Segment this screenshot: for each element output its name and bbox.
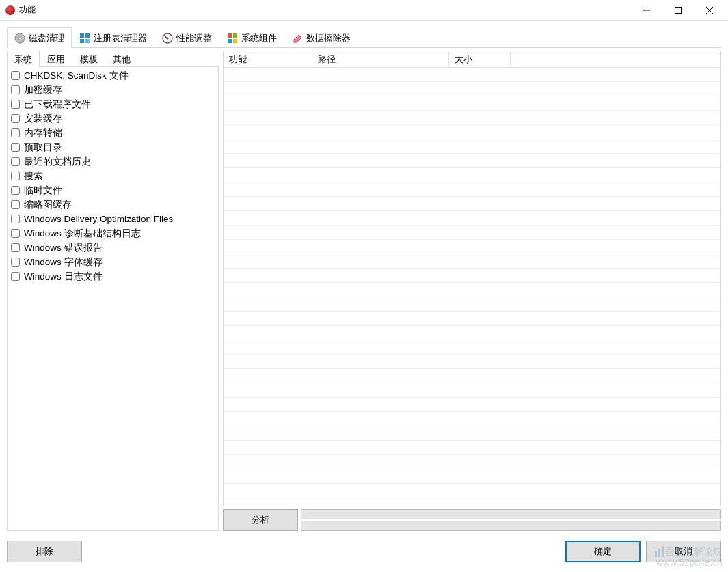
- check-item-label: 安装缓存: [24, 112, 62, 125]
- checkbox[interactable]: [11, 143, 20, 152]
- check-item-label: Windows 字体缓存: [24, 256, 103, 269]
- main-tabs: 磁盘清理 注册表清理器 性能调整 系统组件 数据擦除器: [7, 27, 721, 48]
- checkbox[interactable]: [11, 100, 20, 109]
- close-button[interactable]: [694, 0, 725, 20]
- minimize-icon: [643, 7, 650, 14]
- app-icon: [5, 5, 15, 15]
- svg-rect-9: [85, 39, 90, 43]
- checkbox[interactable]: [11, 243, 20, 252]
- grid-row: [224, 254, 720, 269]
- check-item[interactable]: 最近的文档历史: [9, 154, 217, 169]
- checkbox[interactable]: [11, 71, 20, 80]
- check-list[interactable]: CHKDSK, ScanDisk 文件加密缓存已下载程序文件安装缓存内存转储预取…: [7, 66, 219, 531]
- grid-row: [224, 498, 720, 506]
- checkbox[interactable]: [11, 172, 20, 180]
- gauge-icon: [162, 33, 173, 44]
- check-item[interactable]: 安装缓存: [9, 111, 217, 126]
- grid-column-header[interactable]: [511, 51, 720, 68]
- check-item[interactable]: Windows Delivery Optimization Files: [9, 212, 217, 226]
- check-item[interactable]: Windows 字体缓存: [9, 255, 217, 269]
- subtab-other[interactable]: 其他: [105, 51, 138, 67]
- tab-data-eraser[interactable]: 数据擦除器: [284, 27, 358, 48]
- check-item-label: 缩略图缓存: [24, 198, 72, 211]
- grid-row: [224, 154, 720, 168]
- check-item-label: 已下载程序文件: [24, 98, 91, 111]
- check-item[interactable]: Windows 诊断基础结构日志: [9, 226, 217, 241]
- check-item[interactable]: Windows 错误报告: [9, 241, 217, 255]
- window-title: 功能: [19, 4, 631, 16]
- tab-performance[interactable]: 性能调整: [154, 27, 219, 48]
- checkbox[interactable]: [11, 229, 20, 238]
- subtab-system[interactable]: 系统: [7, 51, 40, 67]
- grid-row: [224, 226, 720, 240]
- svg-rect-13: [233, 33, 237, 38]
- checkbox[interactable]: [11, 215, 20, 223]
- maximize-button[interactable]: [662, 0, 694, 20]
- check-item-label: Windows Delivery Optimization Files: [24, 213, 173, 226]
- checkbox[interactable]: [11, 157, 20, 166]
- tab-system-components[interactable]: 系统组件: [219, 27, 284, 48]
- button-label: 排除: [36, 545, 53, 558]
- check-item-label: Windows 错误报告: [24, 241, 103, 254]
- tab-disk-cleanup[interactable]: 磁盘清理: [7, 27, 72, 48]
- subtab-application[interactable]: 应用: [40, 51, 72, 67]
- panes: 系统 应用 模板 其他 CHKDSK, ScanDisk 文件加密缓存已下载程序…: [7, 48, 721, 531]
- svg-rect-6: [80, 33, 84, 38]
- grid-row: [224, 469, 720, 484]
- grid-column-header[interactable]: 功能: [224, 51, 312, 68]
- grid-column-header[interactable]: 路径: [312, 51, 449, 68]
- grid-row: [224, 383, 720, 398]
- check-item[interactable]: 临时文件: [9, 183, 217, 198]
- check-item[interactable]: 缩略图缓存: [9, 198, 217, 212]
- grid-row: [224, 441, 720, 455]
- subtab-template[interactable]: 模板: [72, 51, 105, 67]
- grid-icon: [79, 33, 90, 44]
- tab-label: 数据擦除器: [306, 32, 351, 44]
- checkbox[interactable]: [11, 128, 20, 137]
- grid-row: [224, 312, 720, 326]
- check-item[interactable]: 预取目录: [9, 140, 217, 154]
- checkbox[interactable]: [11, 272, 20, 281]
- close-icon: [706, 7, 713, 14]
- tab-label: 磁盘清理: [29, 32, 64, 44]
- progress-bar-2: [301, 521, 721, 531]
- svg-rect-8: [80, 39, 84, 43]
- grid-row: [224, 412, 720, 426]
- check-item-label: 最近的文档历史: [24, 155, 91, 168]
- tab-label: 性能调整: [176, 32, 212, 44]
- grid-row: [224, 111, 720, 125]
- svg-point-5: [18, 37, 21, 40]
- check-item[interactable]: 已下载程序文件: [9, 97, 217, 111]
- subtab-label: 其他: [113, 53, 131, 66]
- checkbox[interactable]: [11, 258, 20, 267]
- check-item[interactable]: CHKDSK, ScanDisk 文件: [9, 68, 217, 83]
- maximize-icon: [675, 7, 682, 14]
- checkbox[interactable]: [11, 186, 20, 195]
- progress-area: [301, 509, 721, 531]
- grid-body[interactable]: [224, 68, 720, 506]
- tab-registry-cleaner[interactable]: 注册表清理器: [72, 27, 154, 48]
- check-item-label: Windows 诊断基础结构日志: [24, 227, 141, 240]
- grid-row: [224, 398, 720, 412]
- grid-row: [224, 297, 720, 312]
- check-item[interactable]: 搜索: [9, 169, 217, 183]
- checkbox[interactable]: [11, 85, 20, 94]
- progress-bar-1: [301, 509, 721, 519]
- grid-row: [224, 484, 720, 498]
- grid-row: [224, 283, 720, 297]
- exclude-button[interactable]: 排除: [7, 541, 82, 562]
- button-label: 分析: [252, 514, 269, 526]
- grid-row: [224, 211, 720, 226]
- check-item[interactable]: 内存转储: [9, 126, 217, 140]
- minimize-button[interactable]: [631, 0, 662, 20]
- analyze-button[interactable]: 分析: [223, 509, 298, 531]
- sub-tabs: 系统 应用 模板 其他: [7, 51, 219, 67]
- check-item[interactable]: 加密缓存: [9, 83, 217, 97]
- ok-button[interactable]: 确定: [565, 541, 641, 562]
- check-item[interactable]: Windows 日志文件: [9, 269, 217, 284]
- checkbox[interactable]: [11, 200, 20, 209]
- checkbox[interactable]: [11, 114, 20, 123]
- cancel-button[interactable]: 取消: [646, 541, 721, 562]
- grid-column-header[interactable]: 大小: [449, 51, 511, 68]
- content-area: 磁盘清理 注册表清理器 性能调整 系统组件 数据擦除器: [0, 21, 728, 538]
